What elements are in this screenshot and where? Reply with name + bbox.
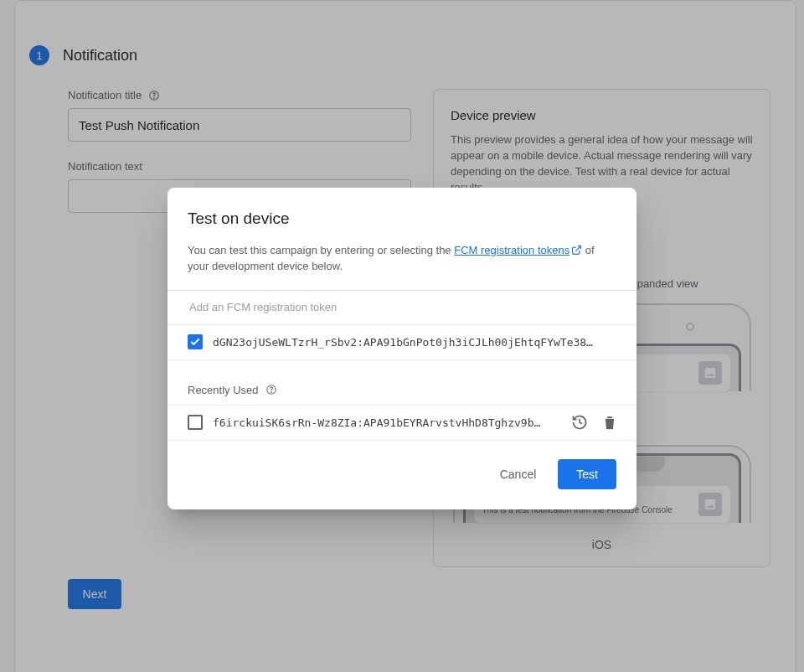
dialog-intro: You can test this campaign by entering o…	[188, 243, 616, 275]
fcm-tokens-link[interactable]: FCM registration tokens	[454, 244, 582, 256]
intro-before: You can test this campaign by entering o…	[188, 244, 454, 256]
test-button[interactable]: Test	[558, 459, 616, 489]
token-input-row	[168, 290, 636, 324]
recently-used-label: Recently Used	[168, 359, 636, 405]
recent-token-text: f6irckuiSK6srRn-Wz8ZIa:APA91bEYRArvstvHh…	[213, 416, 558, 429]
recent-token-row[interactable]: f6irckuiSK6srRn-Wz8ZIa:APA91bEYRArvstvHh…	[168, 405, 636, 440]
selected-token-row[interactable]: dGN23ojUSeWLTzrH_rSbv2:APA91bGnPot0jh3iC…	[168, 324, 636, 359]
svg-point-3	[271, 392, 271, 393]
label-text: Recently Used	[188, 384, 259, 396]
delete-icon[interactable]	[598, 411, 621, 434]
external-link-icon	[571, 245, 582, 256]
token-checkbox-unchecked[interactable]	[188, 415, 203, 430]
fcm-token-input[interactable]	[188, 291, 616, 324]
dialog-title: Test on device	[188, 209, 616, 228]
modal-scrim[interactable]: Test on device You can test this campaig…	[0, 0, 804, 672]
help-icon[interactable]	[265, 384, 277, 395]
history-icon[interactable]	[568, 411, 591, 434]
token-checkbox-checked[interactable]	[188, 334, 203, 349]
cancel-button[interactable]: Cancel	[493, 461, 544, 488]
test-on-device-dialog: Test on device You can test this campaig…	[168, 188, 636, 509]
selected-token-text: dGN23ojUSeWLTzrH_rSbv2:APA91bGnPot0jh3iC…	[213, 336, 621, 349]
